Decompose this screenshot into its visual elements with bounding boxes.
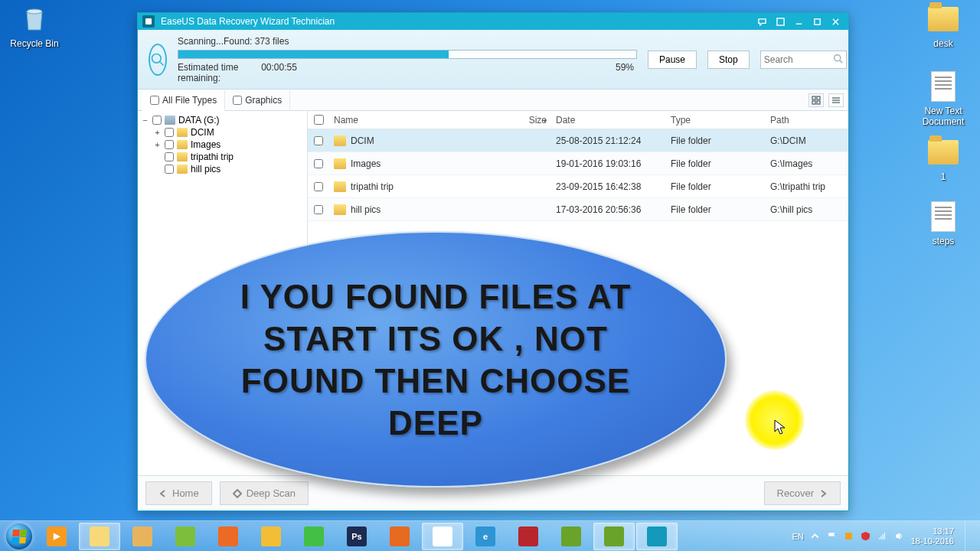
desktop-icon-recycle-bin[interactable]: Recycle Bin bbox=[4, 3, 65, 49]
row-checkbox[interactable] bbox=[314, 205, 323, 214]
svg-rect-13 bbox=[812, 101, 815, 104]
tray-clock[interactable]: 13:17 18-10-2016 bbox=[911, 527, 954, 546]
camtasia-rec-icon bbox=[604, 527, 624, 546]
row-checkbox[interactable] bbox=[314, 136, 323, 145]
select-all-checkbox[interactable] bbox=[314, 115, 324, 125]
svg-rect-18 bbox=[845, 533, 852, 540]
tree-node-checkbox[interactable] bbox=[165, 165, 174, 174]
tab-all-checkbox[interactable] bbox=[150, 96, 159, 105]
taskbar-item-file-explorer[interactable] bbox=[79, 523, 120, 550]
search-icon[interactable] bbox=[833, 53, 843, 67]
tray-volume-icon[interactable] bbox=[894, 531, 905, 542]
scan-progress-panel: Scanning...Found: 373 files Estimated ti… bbox=[138, 30, 848, 90]
taskbar-item-wordpad[interactable] bbox=[122, 523, 163, 550]
column-date[interactable]: Date bbox=[551, 115, 666, 126]
stop-button[interactable]: Stop bbox=[707, 51, 750, 69]
folder-icon bbox=[334, 204, 346, 215]
show-desktop-button[interactable] bbox=[965, 521, 972, 552]
taskbar-item-chrome[interactable] bbox=[422, 523, 463, 550]
taskbar-item-libreoffice[interactable] bbox=[165, 523, 206, 550]
taskbar-item-utorrent[interactable] bbox=[293, 523, 335, 550]
tree-expand-icon[interactable]: + bbox=[153, 140, 162, 149]
scan-est-value: 00:00:55 bbox=[261, 62, 297, 83]
tab-graphics-label: Graphics bbox=[245, 95, 282, 106]
tree-root-checkbox[interactable] bbox=[152, 116, 162, 125]
tray-lang[interactable]: EN bbox=[792, 532, 803, 541]
tree-collapse-icon[interactable]: − bbox=[141, 116, 149, 125]
taskbar-item-easeus[interactable] bbox=[636, 523, 678, 550]
svg-rect-11 bbox=[812, 96, 815, 99]
tree-root[interactable]: − DATA (G:) bbox=[139, 114, 305, 126]
share-icon[interactable] bbox=[772, 15, 789, 28]
desktop-icon-folder-desk[interactable]: desk bbox=[913, 3, 974, 49]
tree-node-checkbox[interactable] bbox=[165, 152, 174, 161]
view-list-button[interactable] bbox=[828, 93, 844, 107]
home-button[interactable]: Home bbox=[145, 481, 212, 505]
deep-scan-button[interactable]: Deep Scan bbox=[220, 481, 309, 505]
taskbar-item-xampp[interactable] bbox=[207, 523, 249, 550]
row-checkbox[interactable] bbox=[314, 159, 323, 168]
feedback-icon[interactable] bbox=[753, 15, 770, 28]
row-type: File folder bbox=[666, 181, 766, 192]
titlebar[interactable]: EaseUS Data Recovery Wizard Technician bbox=[138, 13, 848, 30]
tree-node-label: hill pics bbox=[191, 164, 220, 174]
taskbar-item-media-player[interactable]: ▶ bbox=[36, 523, 77, 550]
tree-node-checkbox[interactable] bbox=[165, 128, 174, 137]
camtasia-studio-icon bbox=[561, 527, 581, 546]
desktop-icon-new-text-document[interactable]: New Text Document bbox=[913, 70, 974, 127]
table-row[interactable]: hill pics17-03-2016 20:56:36File folderG… bbox=[308, 198, 848, 221]
tab-graphics-checkbox[interactable] bbox=[233, 96, 242, 105]
tree-node[interactable]: hill pics bbox=[152, 163, 305, 175]
filter-tabs: All File Types Graphics bbox=[138, 90, 848, 111]
tree-expand-icon[interactable]: + bbox=[153, 128, 162, 137]
search-input[interactable] bbox=[764, 54, 833, 65]
taskbar-item-internet-explorer[interactable]: e bbox=[465, 523, 506, 550]
taskbar-item-firefox[interactable] bbox=[379, 523, 420, 550]
system-tray[interactable]: EN 13:17 18-10-2016 bbox=[792, 521, 977, 552]
tray-arrow-icon[interactable] bbox=[810, 531, 821, 542]
tree-node[interactable]: +Images bbox=[152, 139, 305, 151]
desktop-icon-text-steps[interactable]: steps bbox=[913, 201, 974, 246]
taskbar-item-camtasia-rec[interactable] bbox=[593, 523, 635, 550]
svg-line-8 bbox=[160, 61, 164, 65]
taskbar-item-photoshop[interactable]: Ps bbox=[336, 523, 377, 550]
tab-graphics[interactable]: Graphics bbox=[225, 90, 290, 110]
column-name[interactable]: Name bbox=[329, 115, 490, 126]
utorrent-icon bbox=[304, 527, 324, 546]
row-type: File folder bbox=[666, 135, 766, 146]
maximize-button[interactable] bbox=[808, 15, 825, 28]
scan-icon bbox=[149, 44, 167, 76]
desktop-icon-folder-1[interactable]: 1 bbox=[913, 136, 974, 182]
view-thumbnails-button[interactable] bbox=[808, 93, 824, 107]
tree-node[interactable]: tripathi trip bbox=[152, 151, 305, 163]
tree-node-checkbox[interactable] bbox=[165, 140, 174, 149]
folder-tree[interactable]: − DATA (G:) +DCIM+Imagestripathi triphil… bbox=[138, 111, 308, 475]
recover-button[interactable]: Recover bbox=[764, 481, 841, 505]
column-size[interactable]: Size▼ bbox=[490, 115, 551, 126]
row-checkbox[interactable] bbox=[314, 182, 323, 191]
search-box[interactable] bbox=[760, 51, 847, 69]
text-file-icon bbox=[927, 70, 959, 103]
close-button[interactable] bbox=[827, 15, 844, 28]
tray-network-icon[interactable] bbox=[877, 531, 888, 542]
tray-shield-icon[interactable] bbox=[861, 531, 871, 542]
taskbar-item-camtasia-studio[interactable] bbox=[550, 523, 592, 550]
column-type[interactable]: Type bbox=[666, 115, 766, 126]
table-row[interactable]: DCIM25-08-2015 21:12:24File folderG:\DCI… bbox=[308, 129, 848, 152]
pause-button[interactable]: Pause bbox=[648, 51, 697, 69]
row-date: 25-08-2015 21:12:24 bbox=[551, 135, 666, 146]
tray-action-center-icon[interactable] bbox=[844, 531, 854, 542]
tab-all-file-types[interactable]: All File Types bbox=[142, 90, 225, 111]
taskbar-item-app-red[interactable] bbox=[508, 523, 549, 550]
table-row[interactable]: Images19-01-2016 19:03:16File folderG:\I… bbox=[308, 152, 848, 175]
tray-flag-icon[interactable] bbox=[827, 531, 838, 542]
column-path[interactable]: Path bbox=[766, 115, 848, 126]
minimize-button[interactable] bbox=[790, 15, 807, 28]
tree-node[interactable]: +DCIM bbox=[152, 126, 305, 139]
start-button[interactable] bbox=[3, 521, 35, 552]
taskbar-item-paint[interactable] bbox=[250, 523, 292, 550]
row-path: G:\hill pics bbox=[766, 204, 848, 215]
svg-line-10 bbox=[840, 60, 842, 62]
table-row[interactable]: tripathi trip23-09-2015 16:42:38File fol… bbox=[308, 175, 848, 198]
chrome-icon bbox=[433, 527, 452, 546]
